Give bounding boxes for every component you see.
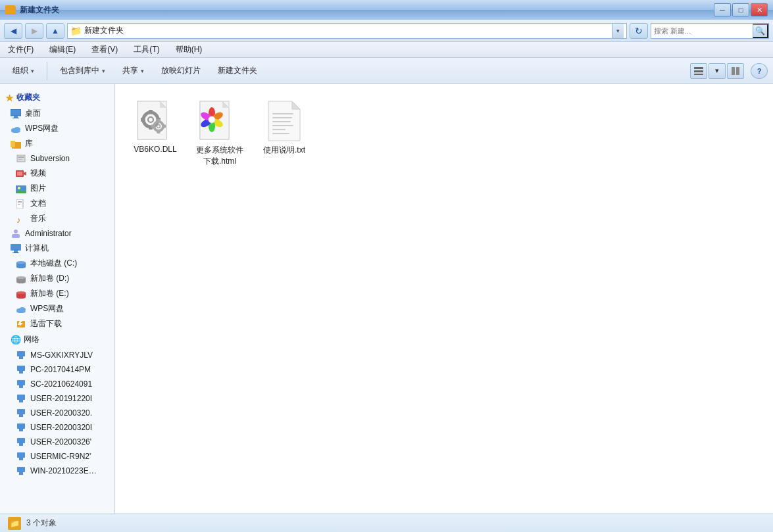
up-button[interactable]: ▲: [46, 23, 64, 39]
help-button[interactable]: ?: [751, 63, 768, 79]
address-dropdown[interactable]: ▾: [612, 24, 624, 38]
sidebar-item-net2[interactable]: PC-20170414PM: [0, 362, 114, 377]
html-file-label: 更多系统软件下载.html: [193, 145, 247, 167]
sidebar-item-admin[interactable]: Administrator: [0, 226, 114, 241]
search-button[interactable]: 🔍: [753, 24, 768, 38]
favorites-header[interactable]: ★ 收藏夹: [0, 89, 114, 106]
sidebar-library-label: 库: [25, 138, 33, 149]
network-header[interactable]: 🌐 网络: [0, 331, 114, 348]
sidebar-item-computer[interactable]: 计算机: [0, 241, 114, 256]
sidebar-video-label: 视频: [30, 168, 46, 179]
organize-button[interactable]: 组织 ▾: [5, 60, 41, 82]
menu-file[interactable]: 文件(F): [5, 43, 36, 57]
menu-help[interactable]: 帮助(H): [173, 43, 205, 57]
title-bar: 新建文件夹 ─ □ ✕: [0, 0, 773, 20]
status-bar: 📁 3 个对象: [0, 514, 773, 532]
svg-rect-31: [14, 251, 18, 253]
sidebar-item-net7[interactable]: USER-20200326': [0, 435, 114, 449]
sidebar-item-images[interactable]: 图片: [0, 181, 114, 196]
svg-rect-95: [272, 125, 293, 126]
subversion-icon: [16, 153, 26, 164]
svg-rect-1: [694, 70, 703, 72]
sidebar-item-net4[interactable]: USER-20191220I: [0, 391, 114, 406]
svg-rect-55: [17, 409, 25, 414]
video-icon: [16, 168, 26, 179]
desktop-icon: [11, 109, 21, 119]
close-button[interactable]: ✕: [751, 3, 768, 16]
sidebar-item-wps[interactable]: WPS网盘: [0, 121, 114, 136]
sidebar-item-library[interactable]: 库: [0, 136, 114, 151]
sidebar-item-music[interactable]: ♪ 音乐: [0, 211, 114, 226]
refresh-button[interactable]: ↻: [630, 23, 648, 39]
menu-view[interactable]: 查看(V): [89, 43, 120, 57]
sidebar-item-desktop[interactable]: 桌面: [0, 106, 114, 121]
svg-point-69: [148, 117, 153, 122]
include-library-button[interactable]: 包含到库中 ▾: [53, 60, 112, 82]
svg-rect-25: [18, 203, 22, 203]
sidebar-item-drive-e[interactable]: 新加卷 (E:): [0, 286, 114, 301]
sidebar-item-wps2[interactable]: WPS网盘: [0, 301, 114, 316]
svg-rect-50: [19, 371, 23, 374]
sidebar-item-net1[interactable]: MS-GXKIXRYJLV: [0, 348, 114, 362]
dll-file-label: VB6KO.DLL: [134, 145, 176, 154]
address-folder-icon: 📁: [70, 26, 82, 36]
net4-icon: [16, 393, 26, 404]
view-list-button[interactable]: [690, 63, 707, 79]
svg-rect-60: [19, 443, 23, 446]
svg-rect-76: [157, 119, 161, 122]
menu-tools[interactable]: 工具(T): [131, 43, 162, 57]
sidebar-item-drive-c[interactable]: 本地磁盘 (C:): [0, 256, 114, 271]
drive-e-icon: [16, 289, 26, 299]
svg-point-75: [157, 125, 161, 128]
svg-rect-64: [19, 472, 23, 475]
net2-icon: [16, 364, 26, 375]
sidebar-item-net3[interactable]: SC-20210624091: [0, 377, 114, 391]
svg-rect-0: [694, 67, 703, 69]
svg-rect-53: [17, 395, 25, 400]
view-dropdown-button[interactable]: ▾: [709, 63, 726, 79]
sidebar-item-net9[interactable]: WIN-20210223E…: [0, 464, 114, 478]
new-folder-button[interactable]: 新建文件夹: [211, 60, 264, 82]
sidebar-item-video[interactable]: 视频: [0, 166, 114, 181]
sidebar-net7-label: USER-20200326': [30, 437, 91, 447]
file-item-txt[interactable]: 使用说明.txt: [255, 95, 314, 172]
sidebar-net6-label: USER-20200320I: [30, 423, 92, 432]
svg-point-38: [16, 276, 26, 279]
sidebar-item-net6[interactable]: USER-20200320I: [0, 420, 114, 435]
sidebar-item-subversion[interactable]: Subversion: [0, 151, 114, 166]
search-input[interactable]: [651, 27, 753, 35]
sidebar-computer-label: 计算机: [25, 243, 49, 254]
net6-icon: [16, 422, 26, 433]
svg-rect-59: [17, 438, 25, 443]
sidebar-item-drive-d[interactable]: 新加卷 (D:): [0, 271, 114, 286]
minimize-button[interactable]: ─: [714, 3, 731, 16]
window-controls: ─ □ ✕: [714, 3, 768, 16]
view-preview-button[interactable]: [727, 63, 744, 79]
content-area: VB6KO.DLL: [115, 84, 773, 514]
sidebar-item-thunder[interactable]: 迅雷下载: [0, 316, 114, 331]
maximize-button[interactable]: □: [732, 3, 749, 16]
share-button[interactable]: 共享 ▾: [115, 60, 151, 82]
address-input-wrap[interactable]: 📁 新建文件夹 ▾: [67, 23, 627, 39]
sidebar-item-net5[interactable]: USER-20200320.: [0, 406, 114, 420]
file-item-html[interactable]: 更多系统软件下载.html: [190, 95, 249, 172]
drive-c-icon: [16, 258, 26, 269]
menu-edit[interactable]: 编辑(E): [47, 43, 78, 57]
net8-icon: [16, 451, 26, 462]
library-icon: [11, 139, 21, 149]
sidebar-thunder-label: 迅雷下载: [30, 318, 62, 329]
svg-rect-15: [18, 157, 24, 158]
sidebar-net3-label: SC-20210624091: [30, 379, 92, 389]
sidebar-admin-label: Administrator: [25, 229, 72, 238]
back-button[interactable]: ◀: [4, 23, 22, 39]
wps-cloud2-icon: [16, 304, 26, 314]
network-label: 网络: [24, 334, 39, 345]
svg-point-28: [14, 230, 18, 233]
slideshow-button[interactable]: 放映幻灯片: [154, 60, 208, 82]
sidebar-item-net8[interactable]: USERMIC-R9N2': [0, 449, 114, 464]
forward-button[interactable]: ▶: [25, 23, 43, 39]
file-item-dll[interactable]: VB6KO.DLL: [126, 95, 185, 172]
svg-rect-47: [17, 351, 25, 356]
share-label: 共享: [122, 65, 138, 76]
sidebar-item-documents[interactable]: 文档: [0, 196, 114, 211]
